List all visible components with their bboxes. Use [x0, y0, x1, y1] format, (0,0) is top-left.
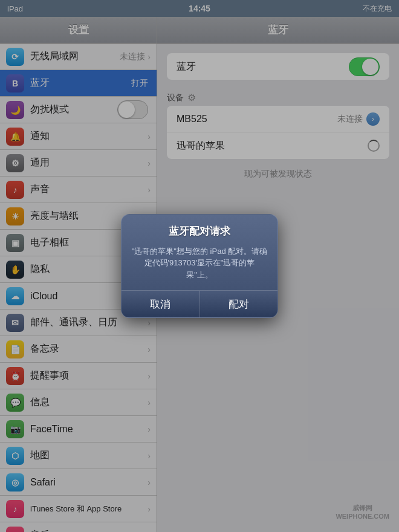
- bluetooth-pairing-dialog: 蓝牙配对请求 "迅哥的苹果"想与您的 iPad 配对。请确定代码'913703'…: [121, 214, 278, 319]
- dialog-overlay: 蓝牙配对请求 "迅哥的苹果"想与您的 iPad 配对。请确定代码'913703'…: [0, 0, 399, 532]
- dialog-buttons: 取消 配对: [122, 290, 277, 317]
- pair-button[interactable]: 配对: [200, 291, 278, 317]
- dialog-message: "迅哥的苹果"想与您的 iPad 配对。请确定代码'913703'显示在"迅哥的…: [122, 243, 277, 291]
- dialog-title: 蓝牙配对请求: [122, 215, 277, 243]
- cancel-button[interactable]: 取消: [122, 291, 200, 317]
